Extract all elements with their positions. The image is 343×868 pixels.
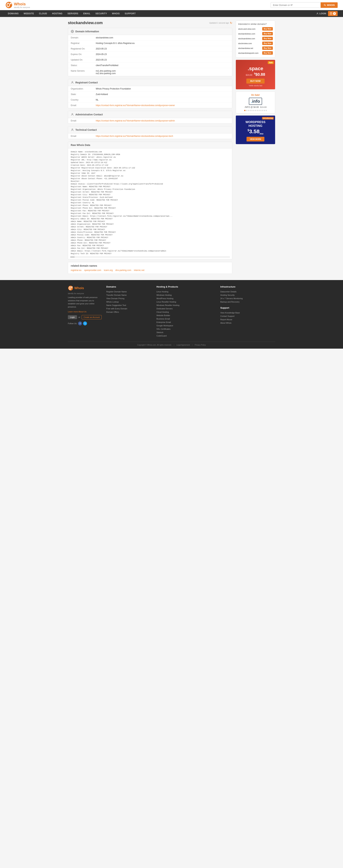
footer-link[interactable]: Sitelock	[156, 331, 216, 334]
footer-link[interactable]: Linux Reseller Hosting	[156, 301, 216, 303]
related-link[interactable]: internic.net	[134, 269, 145, 272]
footer-link[interactable]: Report Abuse	[220, 318, 275, 320]
footer-link[interactable]: Register Domain Name	[106, 290, 152, 293]
nav-item-hosting[interactable]: HOSTING	[50, 10, 65, 17]
footer-legal-link[interactable]: Legal Agreement	[177, 344, 190, 346]
registrant-email-link[interactable]: https://contact-form.registrar.eu/?domai…	[96, 104, 175, 106]
nav-item-security[interactable]: SECURITY	[93, 10, 110, 17]
nav-cart-btn[interactable]: 0	[328, 11, 338, 16]
table-row: Status: clientTransferProhibited	[68, 63, 232, 68]
search-input[interactable]	[271, 2, 321, 8]
footer-link[interactable]: Linux Hosting	[156, 290, 216, 293]
footer-link[interactable]: Enterprise Email	[156, 321, 216, 323]
related-links: registrar.eu openprovider.com icann.org …	[71, 269, 229, 272]
footer-create-btn[interactable]: Create an Account	[82, 315, 102, 319]
footer-link[interactable]: Backup and Recovery	[220, 301, 275, 303]
tech-email-link[interactable]: https://contact-form.registrar.eu/?domai…	[96, 135, 173, 137]
buy-now-button[interactable]: Buy Now	[262, 27, 273, 31]
nav-item-servers[interactable]: SERVERS	[65, 10, 81, 17]
nav-login-btn[interactable]: LOGIN	[316, 12, 326, 15]
related-link[interactable]: icann.org	[104, 269, 113, 272]
buy-now-button[interactable]: Buy Now	[262, 41, 273, 45]
footer-link[interactable]: Datacenter Details	[220, 290, 275, 293]
social-tw-icon[interactable]: 𝕏	[83, 321, 87, 326]
on-sale-label: On Sale!	[238, 94, 273, 96]
svg-point-7	[72, 82, 73, 83]
nav-item-support[interactable]: SUPPORT	[122, 10, 138, 17]
buy-now-button[interactable]: Buy Now	[262, 46, 273, 50]
admin-email-link[interactable]: https://contact-form.registrar.eu/?domai…	[96, 120, 175, 122]
value: 2023-05-23	[93, 46, 232, 52]
social-fb-icon[interactable]: f	[78, 321, 82, 326]
space-buy-btn[interactable]: BUY NOW	[246, 79, 264, 84]
value: 2023-05-23	[93, 57, 232, 63]
value: 2024-05-23	[93, 52, 232, 57]
nav-item-cloud[interactable]: CLOUD	[36, 10, 50, 17]
wp-ad-banner: Introducing WORDPRESS HOSTING $3.58/mo V…	[236, 116, 275, 144]
value: ns1.dns-parking.com ns2.dns-parking.com	[93, 68, 232, 76]
related-link[interactable]: openprovider.com	[84, 269, 101, 272]
wp-price: $3.58/mo	[239, 128, 273, 135]
footer-privacy-link[interactable]: Privacy Policy	[195, 344, 206, 346]
similar-title: Interested in similar domains?	[238, 23, 273, 25]
footer-link[interactable]: About Whois	[220, 322, 275, 324]
nav-item-email[interactable]: EMAIL	[81, 10, 93, 17]
footer-link[interactable]: Name Suggestion Tool	[106, 304, 152, 306]
footer-link[interactable]: Dedicated Servers	[156, 308, 216, 310]
info-ad-banner: On Sale! .info .INFO @ $4.88 $24.88	[236, 91, 275, 114]
footer-login-btn[interactable]: Login	[68, 315, 77, 319]
footer-link[interactable]: Contact Support	[220, 315, 275, 317]
footer-link[interactable]: WordPress Hosting	[156, 298, 216, 300]
tech-table: Email: https://contact-form.registrar.eu…	[68, 133, 232, 139]
wp-view-more-btn[interactable]: VIEW MORE	[247, 137, 264, 142]
similar-item: stocksandview.com Buy Now	[238, 37, 273, 40]
related-link[interactable]: dns-parking.com	[116, 269, 131, 272]
footer-link[interactable]: CodeGuard	[156, 335, 216, 337]
footer-link[interactable]: Website Builder	[156, 314, 216, 316]
footer-link[interactable]: View Knowledge Base	[220, 312, 275, 314]
ad-dots	[238, 110, 273, 111]
logo-area: Whois identify for everyone	[5, 1, 30, 8]
footer-hosting-col: Hosting & Products Linux Hosting Windows…	[156, 285, 216, 338]
main-nav: DOMAINS WEBSITE CLOUD HOSTING SERVERS EM…	[0, 10, 343, 17]
table-row: Email: https://contact-form.registrar.eu…	[68, 118, 232, 123]
table-row: Registrar: Hosting Concepts B.V. d/b/a R…	[68, 40, 232, 46]
footer-learn-more[interactable]: Learn more About Us	[68, 311, 87, 313]
nav-item-domains[interactable]: DOMAINS	[5, 10, 21, 17]
table-row: Updated On: 2023-05-23	[68, 57, 232, 63]
footer-brand: Whois identify for everyone Leading prov…	[68, 285, 102, 338]
admin-title: Administrative Contact	[75, 113, 103, 116]
similar-domain: stockandviews.com	[238, 33, 255, 35]
nav-item-whois[interactable]: WHOIS	[110, 10, 122, 17]
raw-whois-section: Raw Whois Data Domain Name: stockandview…	[68, 142, 232, 259]
footer-link[interactable]: Domain Offers	[106, 311, 152, 313]
footer-link[interactable]: Hosting Security	[220, 294, 275, 296]
footer-link[interactable]: Transfer Domain Name	[106, 294, 152, 296]
footer-link[interactable]: Business Email	[156, 318, 216, 320]
footer-infra-col: Infrastructure Datacenter Details Hostin…	[220, 285, 275, 338]
footer-link[interactable]: Whois Lookup	[106, 301, 152, 303]
table-row: Country: NL	[68, 97, 232, 103]
search-button[interactable]: WHOIS	[321, 2, 338, 8]
space-ext: .space	[239, 66, 273, 71]
footer-link[interactable]: SSL Certificates	[156, 328, 216, 330]
footer-link[interactable]: Windows Reseller Hosting	[156, 304, 216, 306]
footer-link[interactable]: Windows Hosting	[156, 294, 216, 296]
related-title: related domain names	[71, 264, 229, 267]
nav-item-website[interactable]: WEBSITE	[21, 10, 36, 17]
footer-link[interactable]: View Domain Pricing	[106, 298, 152, 300]
footer-link[interactable]: 24 x 7 Servers Monitoring	[220, 298, 275, 300]
buy-now-button[interactable]: Buy Now	[262, 32, 273, 35]
buy-now-button[interactable]: Buy Now	[262, 37, 273, 40]
footer-support-title: Support	[220, 307, 275, 309]
svg-point-13	[71, 286, 73, 288]
footer-link[interactable]: Cloud Hosting	[156, 311, 216, 313]
table-row: Organization: Whois Privacy Protection F…	[68, 86, 232, 92]
related-link[interactable]: registrar.eu	[71, 269, 82, 272]
footer-link[interactable]: Free with Every Domain	[106, 308, 152, 310]
sale-tag: Sale	[268, 61, 274, 64]
raw-whois-title: Raw Whois Data	[71, 144, 90, 147]
footer-link[interactable]: Google Workspace	[156, 324, 216, 327]
refresh-icon[interactable]: ↻	[230, 21, 232, 25]
buy-now-button[interactable]: Buy Now	[262, 51, 273, 55]
